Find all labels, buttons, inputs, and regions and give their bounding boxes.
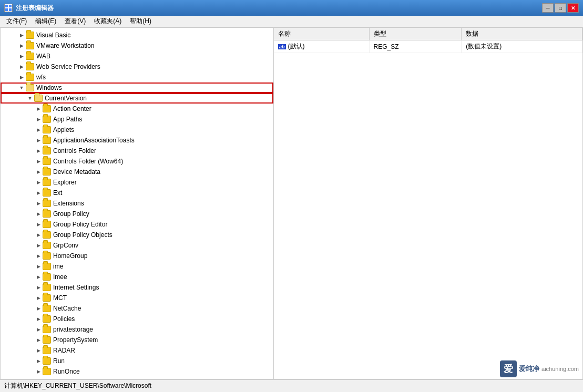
watermark: 爱 爱纯净 aichuning.com [500,360,579,377]
tree-label-web-service: Web Service Providers [36,64,100,70]
minimize-button[interactable]: ─ [542,3,554,13]
expander-netcache[interactable]: ▶ [34,304,43,313]
tree-item-web-service[interactable]: ▶Web Service Providers [1,61,273,72]
expander-group-policy-editor[interactable]: ▶ [34,220,43,229]
expander-explorer[interactable]: ▶ [34,178,43,187]
expander-run[interactable]: ▶ [34,357,43,365]
expander-controls-folder-wow[interactable]: ▶ [34,157,43,166]
expander-internet-settings[interactable]: ▶ [34,283,43,292]
tree-item-grpconv[interactable]: ▶GrpConv [1,240,273,251]
tree-item-windows[interactable]: ▼Windows [1,82,273,93]
tree-label-group-policy-editor: Group Policy Editor [53,221,107,228]
tree-item-currentversion[interactable]: ▼CurrentVersion [1,93,273,104]
expander-grpconv[interactable]: ▶ [34,241,43,250]
expander-policies[interactable]: ▶ [34,315,43,323]
expander-vmware[interactable]: ▶ [17,42,26,50]
expander-wab[interactable]: ▶ [17,52,26,60]
tree-item-wfs[interactable]: ▶wfs [1,72,273,82]
tree-item-runonce[interactable]: ▶RunOnce [1,366,273,377]
tree-label-ext: Ext [53,190,62,196]
expander-radar[interactable]: ▶ [34,346,43,355]
tree-item-homegroup[interactable]: ▶HomeGroup [1,251,273,261]
tree-item-imee[interactable]: ▶Imee [1,272,273,282]
expander-visual-basic[interactable]: ▶ [17,31,26,39]
expander-applets[interactable]: ▶ [34,126,43,134]
close-button[interactable]: ✕ [567,3,579,13]
expander-action-center[interactable]: ▶ [34,105,43,113]
tree-label-wfs: wfs [36,74,46,80]
tree-label-action-center: Action Center [53,106,91,112]
tree-label-propertysystem: PropertySystem [53,337,98,343]
tree-item-wab[interactable]: ▶WAB [1,51,273,61]
tree-label-visual-basic: Visual Basic [36,32,70,38]
expander-group-policy[interactable]: ▶ [34,210,43,218]
tree-item-action-center[interactable]: ▶Action Center [1,104,273,114]
expander-currentversion[interactable]: ▼ [26,94,34,102]
tree-item-propertysystem[interactable]: ▶PropertySystem [1,335,273,345]
menu-favorites[interactable]: 收藏夹(A) [90,16,126,27]
expander-propertysystem[interactable]: ▶ [34,336,43,344]
expander-extensions[interactable]: ▶ [34,199,43,208]
expander-controls-folder[interactable]: ▶ [34,147,43,155]
expander-appasso[interactable]: ▶ [34,136,43,145]
tree-item-ime[interactable]: ▶ime [1,261,273,272]
tree-item-run[interactable]: ▶Run [1,356,273,366]
folder-icon-action-center [43,105,51,112]
expander-group-policy-objects[interactable]: ▶ [34,231,43,239]
expander-wfs[interactable]: ▶ [17,73,26,81]
tree-item-explorer[interactable]: ▶Explorer [1,177,273,188]
menu-file[interactable]: 文件(F) [2,16,31,27]
tree-label-group-policy: Group Policy [53,211,89,217]
folder-icon-imee [43,273,51,281]
folder-icon-wab [26,53,34,60]
row-type: REG_SZ [369,40,462,53]
tree-item-group-policy-editor[interactable]: ▶Group Policy Editor [1,219,273,230]
tree-item-ext[interactable]: ▶Ext [1,188,273,198]
expander-mct[interactable]: ▶ [34,294,43,302]
folder-icon-run [43,357,51,365]
expander-imee[interactable]: ▶ [34,273,43,281]
folder-icon-windows [26,84,34,91]
tree-item-applets[interactable]: ▶Applets [1,125,273,135]
expander-web-service[interactable]: ▶ [17,63,26,71]
tree-label-controls-folder: Controls Folder [53,148,96,154]
tree-item-extensions[interactable]: ▶Extensions [1,198,273,209]
tree-item-visual-basic[interactable]: ▶Visual Basic [1,30,273,40]
tree-label-ime: ime [53,263,63,270]
tree-item-privatestorage[interactable]: ▶privatestorage [1,324,273,335]
tree-item-mct[interactable]: ▶MCT [1,293,273,303]
tree-item-appasso[interactable]: ▶ApplicationAssociationToasts [1,135,273,146]
tree-panel[interactable]: ▶Visual Basic▶VMware Workstation▶WAB▶Web… [1,28,274,379]
tree-item-radar[interactable]: ▶RADAR [1,345,273,356]
tree-item-group-policy-objects[interactable]: ▶Group Policy Objects [1,230,273,240]
expander-app-paths[interactable]: ▶ [34,115,43,123]
tree-item-group-policy[interactable]: ▶Group Policy [1,209,273,219]
row-data: (数值未设置) [462,40,582,53]
tree-item-controls-folder-wow[interactable]: ▶Controls Folder (Wow64) [1,156,273,167]
col-name: 名称 [274,28,369,40]
folder-icon-controls-folder-wow [43,158,51,165]
expander-privatestorage[interactable]: ▶ [34,325,43,334]
tree-label-controls-folder-wow: Controls Folder (Wow64) [53,158,123,164]
expander-ime[interactable]: ▶ [34,262,43,271]
folder-icon-group-policy-objects [43,231,51,239]
expander-homegroup[interactable]: ▶ [34,252,43,260]
menu-edit[interactable]: 编辑(E) [31,16,60,27]
menu-help[interactable]: 帮助(H) [126,16,156,27]
tree-label-grpconv: GrpConv [53,242,78,249]
tree-item-internet-settings[interactable]: ▶Internet Settings [1,282,273,293]
expander-ext[interactable]: ▶ [34,189,43,197]
expander-device-metadata[interactable]: ▶ [34,168,43,176]
tree-item-vmware[interactable]: ▶VMware Workstation [1,40,273,51]
tree-item-policies[interactable]: ▶Policies [1,314,273,324]
folder-icon-app-paths [43,116,51,123]
folder-icon-controls-folder [43,147,51,154]
expander-runonce[interactable]: ▶ [34,367,43,376]
tree-item-app-paths[interactable]: ▶App Paths [1,114,273,125]
expander-windows[interactable]: ▼ [17,84,26,92]
menu-view[interactable]: 查看(V) [60,16,90,27]
tree-item-device-metadata[interactable]: ▶Device Metadata [1,167,273,177]
tree-item-netcache[interactable]: ▶NetCache [1,303,273,314]
maximize-button[interactable]: □ [555,3,566,13]
tree-item-controls-folder[interactable]: ▶Controls Folder [1,146,273,156]
